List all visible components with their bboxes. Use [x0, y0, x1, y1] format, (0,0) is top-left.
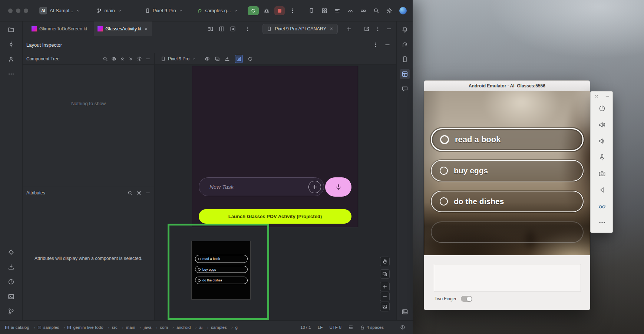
vcs-branch-widget[interactable]: main	[97, 8, 122, 13]
collapse-all-icon[interactable]	[128, 56, 133, 61]
zoom-in-button[interactable]	[380, 282, 390, 291]
kebab-menu-icon[interactable]	[245, 26, 251, 32]
logcat-icon[interactable]	[334, 8, 340, 14]
layer-mode-button[interactable]	[380, 269, 390, 279]
project-tool-icon[interactable]	[6, 24, 16, 35]
tab-glassesactivity[interactable]: GlassesActivity.kt	[94, 21, 152, 36]
search-everywhere-icon[interactable]	[373, 8, 379, 14]
device-selector-widget[interactable]: Pixel 9 Pro	[145, 8, 183, 13]
camera-button[interactable]	[598, 170, 606, 178]
view-options-icon[interactable]	[205, 56, 210, 61]
hide-pane-icon[interactable]	[145, 56, 151, 61]
microphone-button[interactable]	[598, 153, 606, 161]
close-panel-icon[interactable]	[594, 93, 600, 99]
back-button[interactable]	[598, 186, 606, 194]
live-updates-toggle[interactable]	[235, 55, 243, 63]
more-controls-button[interactable]	[598, 218, 606, 227]
running-devices-tool-icon[interactable]	[400, 307, 410, 317]
gradle-tool-icon[interactable]	[400, 39, 410, 50]
git-tool-icon[interactable]	[6, 306, 16, 317]
breadcrumb-item[interactable]: java	[143, 325, 157, 330]
breadcrumb-item[interactable]: src	[112, 325, 123, 330]
hide-panel-icon[interactable]	[386, 26, 392, 32]
zoom-window-button[interactable]	[24, 9, 28, 13]
inspections-status-icon[interactable]	[400, 325, 405, 330]
close-device-tab-icon[interactable]	[329, 27, 334, 31]
gesture-touchpad-area[interactable]	[434, 264, 581, 291]
layout-validation-icon[interactable]	[321, 8, 327, 14]
indent-widget[interactable]: 4 spaces	[360, 325, 384, 330]
hide-pane-icon[interactable]	[145, 190, 151, 196]
line-ending-widget[interactable]: LF	[318, 325, 323, 330]
minimize-panel-icon[interactable]	[604, 93, 610, 99]
add-device-icon[interactable]	[346, 26, 352, 32]
indent-style-icon[interactable]	[348, 325, 353, 330]
run-configuration-widget[interactable]: samples.g...	[197, 8, 238, 13]
rerun-button[interactable]	[248, 6, 259, 15]
gem-tool-icon[interactable]	[6, 247, 16, 257]
profile-avatar[interactable]	[399, 7, 407, 14]
breadcrumb-item[interactable]: main	[126, 325, 141, 330]
kebab-menu-icon[interactable]	[373, 42, 379, 48]
emulator-screen[interactable]: read a book buy eggs do the dishes	[424, 91, 590, 255]
layout-inspector-tool-icon[interactable]	[400, 69, 410, 79]
hide-panel-icon[interactable]	[384, 42, 390, 48]
export-snapshot-icon[interactable]	[225, 56, 230, 61]
inspected-app-screen[interactable]: New Task Launch Glasses POV Activity (Pr…	[192, 66, 358, 227]
breadcrumb-item[interactable]: com	[160, 325, 174, 330]
capture-layers-icon[interactable]	[215, 56, 220, 61]
breadcrumb-item[interactable]: ai-catalog	[5, 325, 35, 330]
zoom-to-fit-button[interactable]	[380, 302, 390, 311]
dependencies-tool-icon[interactable]	[6, 262, 16, 272]
settings-gear-icon[interactable]	[386, 8, 392, 14]
stop-button[interactable]	[274, 6, 285, 15]
debug-icon[interactable]	[264, 8, 270, 14]
preview-mode-icon[interactable]	[230, 26, 236, 32]
breadcrumb-item[interactable]: ai	[199, 325, 208, 330]
expand-all-icon[interactable]	[120, 56, 125, 61]
gear-icon[interactable]	[137, 56, 142, 61]
add-task-button[interactable]	[308, 181, 321, 193]
todo-pill[interactable]: do the dishes	[431, 191, 584, 212]
close-window-button[interactable]	[8, 9, 13, 13]
commit-tool-icon[interactable]	[6, 39, 16, 50]
zoom-out-button[interactable]	[380, 292, 390, 301]
kebab-menu-icon[interactable]	[290, 8, 295, 14]
open-in-new-window-icon[interactable]	[364, 26, 370, 32]
notifications-tool-icon[interactable]	[400, 24, 410, 35]
todo-pill-focused[interactable]: read a book	[431, 128, 584, 151]
power-button[interactable]	[598, 104, 606, 113]
voice-input-button[interactable]	[325, 177, 351, 197]
running-device-tab[interactable]: Pixel 9 Pro API CANARY	[262, 24, 338, 34]
more-tools-icon[interactable]	[6, 69, 16, 79]
project-widget[interactable]: AI AI Sampl...	[39, 7, 80, 14]
new-task-input[interactable]: New Task	[199, 177, 324, 196]
split-editor-icon[interactable]	[219, 26, 225, 32]
gear-icon[interactable]	[136, 190, 142, 196]
structure-tool-icon[interactable]	[6, 54, 16, 64]
volume-down-button[interactable]	[598, 137, 606, 145]
device-mirroring-icon[interactable]	[308, 8, 314, 14]
encoding-widget[interactable]: UTF-8	[329, 325, 341, 330]
visibility-filter-icon[interactable]	[111, 56, 116, 61]
device-manager-tool-icon[interactable]	[400, 54, 410, 64]
problems-tool-icon[interactable]	[6, 277, 16, 287]
breadcrumb-item[interactable]: samples	[38, 325, 65, 330]
two-finger-toggle[interactable]	[461, 296, 472, 302]
breadcrumb-item[interactable]: gemini-live-todo	[67, 325, 109, 330]
search-icon[interactable]	[103, 56, 108, 61]
glasses-mode-button[interactable]	[598, 202, 606, 210]
breadcrumb-item[interactable]: android	[176, 325, 196, 330]
inspected-device-selector[interactable]: Pixel 9 Pro	[161, 56, 196, 61]
assistant-tool-icon[interactable]	[400, 84, 410, 94]
kebab-menu-icon[interactable]	[375, 26, 381, 32]
breadcrumb-item[interactable]: samples	[211, 325, 233, 330]
profiler-icon[interactable]	[347, 8, 353, 14]
pan-mode-button[interactable]	[380, 257, 390, 266]
todo-pill[interactable]: buy eggs	[431, 160, 584, 181]
launch-glasses-button[interactable]: Launch Glasses POV Activity (Projected)	[199, 209, 351, 224]
volume-up-button[interactable]	[598, 121, 606, 129]
tab-glimmertodoscreen[interactable]: GlimmerToDoScreen.kt	[28, 21, 91, 36]
caret-position-widget[interactable]: 107:1	[300, 325, 311, 330]
editor-list-view-icon[interactable]	[208, 26, 214, 32]
